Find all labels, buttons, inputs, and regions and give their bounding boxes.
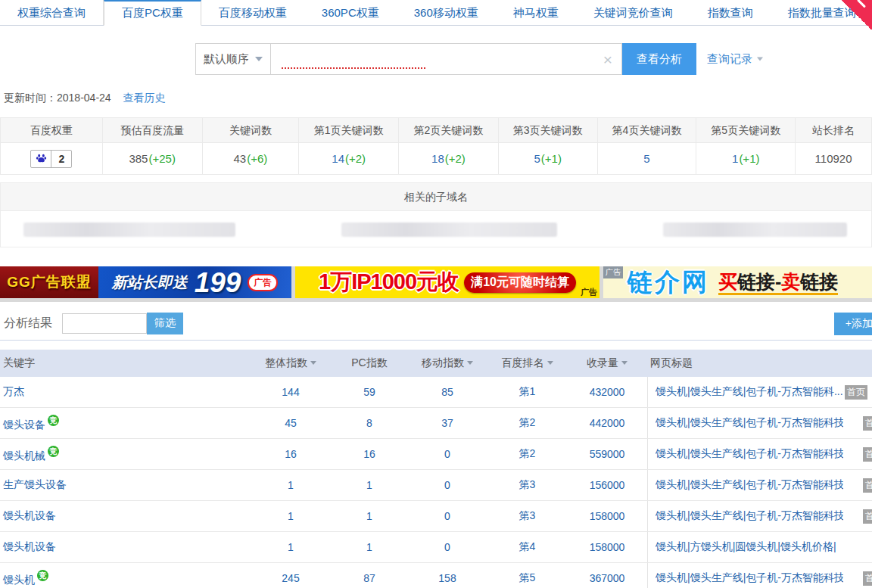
- pc-index-cell[interactable]: 59: [332, 386, 407, 398]
- tab-1[interactable]: 权重综合查询: [0, 0, 104, 25]
- baidu-rank-badge[interactable]: 2: [30, 150, 72, 168]
- tab-7[interactable]: 关键词竞价查询: [576, 0, 690, 25]
- baidu-rank-cell[interactable]: 第3: [487, 509, 567, 523]
- mobile-index-cell[interactable]: 0: [407, 541, 487, 553]
- pc-index-cell[interactable]: 1: [332, 541, 407, 553]
- baidu-rank-cell[interactable]: 第3: [487, 478, 567, 492]
- keyword-cell[interactable]: 馒头机设备: [0, 540, 250, 554]
- keyword-cell[interactable]: 万杰: [0, 385, 250, 399]
- bidding-badge-icon: 竞: [48, 415, 59, 426]
- query-input[interactable]: ×: [271, 43, 622, 75]
- analyze-button[interactable]: 查看分析: [622, 43, 696, 75]
- stats-col-header: 百度权重: [1, 118, 103, 142]
- baidu-rank-cell[interactable]: 第5: [487, 571, 567, 585]
- overall-index-cell[interactable]: 144: [250, 386, 332, 398]
- query-record-link[interactable]: 查询记录: [707, 52, 764, 67]
- stats-col-header: 第3页关键词数: [499, 118, 598, 142]
- ad-banner-link-market[interactable]: 广告 链介网 买链接-卖链接: [603, 266, 872, 298]
- index-count-cell[interactable]: 156000: [567, 479, 647, 491]
- pc-index-cell[interactable]: 1: [332, 510, 407, 522]
- overall-index-cell[interactable]: 1: [250, 479, 332, 491]
- paw-icon: [31, 151, 51, 167]
- overall-index-cell[interactable]: 1: [250, 510, 332, 522]
- filter-input[interactable]: [62, 313, 147, 334]
- mobile-index-cell[interactable]: 0: [407, 479, 487, 491]
- baidu-rank-cell[interactable]: 第4: [487, 540, 567, 554]
- view-history-link[interactable]: 查看历史: [123, 92, 166, 104]
- overall-index-cell[interactable]: 16: [250, 448, 332, 460]
- mobile-index-cell[interactable]: 85: [407, 386, 487, 398]
- column-header-4[interactable]: 移动指数: [407, 356, 487, 370]
- keyword-cell[interactable]: 馒头机械竞: [0, 446, 250, 463]
- page-title-link[interactable]: 馒头机|馒头生产线|包子机-万杰智能科技股份...: [656, 571, 843, 585]
- page-title-link[interactable]: 馒头机|馒头生产线|包子机-万杰智能科技股份...: [656, 509, 843, 523]
- add-button[interactable]: +添加: [834, 313, 872, 335]
- column-header-5[interactable]: 百度排名: [487, 356, 567, 370]
- bidding-badge-icon: 竞: [48, 446, 59, 457]
- index-count-cell[interactable]: 559000: [567, 448, 647, 460]
- subdomains-list: [1, 211, 871, 247]
- homepage-tag: 首页: [845, 385, 867, 400]
- sort-order-select[interactable]: 默认顺序: [195, 43, 271, 75]
- page-title-cell: 馒头机|馒头生产线|包子机-万杰智能科技股份...首页: [647, 408, 872, 438]
- top-tab-bar: 权重综合查询百度PC权重百度移动权重360PC权重360移动权重神马权重关键词竞…: [0, 0, 872, 26]
- tab-5[interactable]: 360移动权重: [397, 0, 496, 25]
- stats-value-cell[interactable]: 1(+1): [696, 142, 796, 174]
- tab-3[interactable]: 百度移动权重: [201, 0, 304, 25]
- stats-value-cell[interactable]: 5: [598, 142, 697, 174]
- index-count-cell[interactable]: 367000: [567, 572, 647, 584]
- pc-index-cell[interactable]: 8: [332, 417, 407, 429]
- mobile-index-cell[interactable]: 0: [407, 510, 487, 522]
- overall-index-cell[interactable]: 45: [250, 417, 332, 429]
- page-title-link[interactable]: 馒头机|馒头生产线|包子机-万杰智能科技股份...: [656, 478, 843, 492]
- keyword-cell[interactable]: 馒头设备竞: [0, 415, 250, 432]
- keyword-cell[interactable]: 馒头机设备: [0, 509, 250, 523]
- column-header-6[interactable]: 收录量: [567, 356, 647, 370]
- ad-banner-gg-alliance[interactable]: GG广告联盟 新站长即送 199 广告: [0, 266, 291, 298]
- index-count-cell[interactable]: 158000: [567, 541, 647, 553]
- page-title-cell: 馒头机|馒头生产线|包子机-万杰智能科技股份...首页: [647, 439, 872, 469]
- ad-banner-row: GG广告联盟 新站长即送 199 广告 1万IP1000元收 满10元可随时结算…: [0, 266, 872, 302]
- stats-value-cell[interactable]: 43(+6): [203, 142, 300, 174]
- index-count-cell[interactable]: 158000: [567, 510, 647, 522]
- mobile-index-cell[interactable]: 158: [407, 572, 487, 584]
- baidu-rank-cell[interactable]: 第2: [487, 447, 567, 461]
- page-title-link[interactable]: 馒头机|方馒头机|圆馒头机|馒头机价格|: [656, 540, 836, 554]
- corner-ribbon[interactable]: [842, 0, 872, 30]
- sort-order-label: 默认顺序: [204, 52, 249, 67]
- subdomain-link-blurred[interactable]: [341, 222, 557, 237]
- page-title-link[interactable]: 馒头机|馒头生产线|包子机-万杰智能科...-河...: [656, 385, 843, 399]
- mobile-index-cell[interactable]: 0: [407, 448, 487, 460]
- subdomain-link-blurred[interactable]: [663, 222, 847, 237]
- ad-banner-ip-buy[interactable]: 1万IP1000元收 满10元可随时结算 广告: [295, 266, 600, 298]
- tab-2[interactable]: 百度PC权重: [104, 0, 201, 26]
- stats-value-cell[interactable]: 18(+2): [399, 142, 499, 174]
- filter-button[interactable]: 筛选: [147, 313, 183, 334]
- overall-index-cell[interactable]: 1: [250, 541, 332, 553]
- page-title-link[interactable]: 馒头机|馒头生产线|包子机-万杰智能科技股份...: [656, 447, 843, 461]
- sort-caret-icon: [467, 361, 473, 365]
- keyword-cell[interactable]: 生产馒头设备: [0, 478, 250, 492]
- index-count-cell[interactable]: 432000: [567, 386, 647, 398]
- pc-index-cell[interactable]: 16: [332, 448, 407, 460]
- stats-value-cell[interactable]: 14(+2): [299, 142, 399, 174]
- baidu-rank-cell[interactable]: 第2: [487, 416, 567, 430]
- page-title-link[interactable]: 馒头机|馒头生产线|包子机-万杰智能科技股份...: [656, 416, 843, 430]
- tab-6[interactable]: 神马权重: [496, 0, 576, 25]
- pc-index-cell[interactable]: 87: [332, 572, 407, 584]
- index-count-cell[interactable]: 442000: [567, 417, 647, 429]
- keyword-cell[interactable]: 馒头机竞: [0, 570, 250, 587]
- overall-index-cell[interactable]: 245: [250, 572, 332, 584]
- column-header-2[interactable]: 整体指数: [250, 356, 332, 370]
- clear-icon[interactable]: ×: [603, 51, 612, 67]
- pc-index-cell[interactable]: 1: [332, 479, 407, 491]
- baidu-rank-cell[interactable]: 第1: [487, 385, 567, 399]
- stats-value-cell[interactable]: 5(+1): [499, 142, 598, 174]
- ad2-pill: 满10元可随时结算: [464, 272, 576, 293]
- tab-8[interactable]: 指数查询: [690, 0, 771, 25]
- tab-4[interactable]: 360PC权重: [304, 0, 397, 25]
- subdomain-link-blurred[interactable]: [23, 222, 235, 237]
- mobile-index-cell[interactable]: 37: [407, 417, 487, 429]
- ad1-tag: 广告: [248, 274, 278, 291]
- stats-value-cell[interactable]: 385(+25): [103, 142, 203, 174]
